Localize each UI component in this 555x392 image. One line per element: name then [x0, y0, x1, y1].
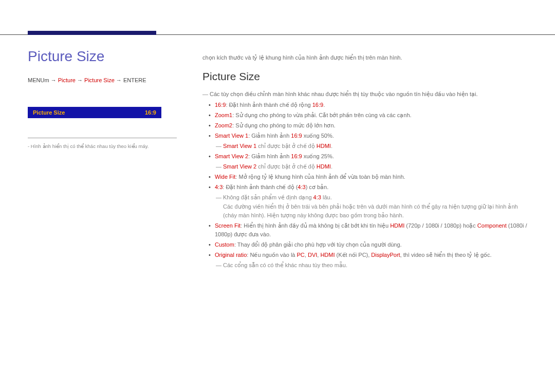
- sub-note: Các tùy chọn điều chỉnh màn hình khác nh…: [202, 90, 527, 99]
- options-list: 16:9: Đặt hình ảnh thành chế độ rộng 16:…: [202, 101, 527, 270]
- page-title: Picture Size: [28, 48, 187, 65]
- osd-preview: Picture Size 16:9: [28, 107, 187, 118]
- option-subnote: Smart View 2 chỉ được bật ở chế độ HDMI.: [209, 162, 527, 171]
- option-item: Original ratio: Nếu nguồn vào là PC, DVI…: [209, 251, 527, 259]
- option-subnote: Không đặt sản phẩm về định dạng 4:3 lâu.…: [209, 193, 527, 219]
- footnote: - Hình ảnh hiển thị có thể khác nhau tùy…: [28, 143, 187, 149]
- option-item: Smart View 1: Giảm hình ảnh 16:9 xuống 5…: [209, 132, 527, 140]
- option-item: 4:3: Đặt hình ảnh thành chế độ (4:3) cơ …: [209, 183, 527, 192]
- osd-value: 16:9: [145, 109, 156, 116]
- right-column: chọn kích thước và tỷ lệ khung hình của …: [202, 35, 527, 271]
- option-item: Smart View 2: Giảm hình ảnh 16:9 xuống 2…: [209, 152, 527, 161]
- chapter-top-bar: [0, 0, 555, 35]
- section-heading: Picture Size: [202, 70, 527, 83]
- osd-label: Picture Size: [33, 109, 65, 116]
- option-subnote: Smart View 1 chỉ được bật ở chế độ HDMI.: [209, 142, 527, 151]
- left-column: Picture Size MENUm → Picture → Picture S…: [28, 35, 202, 271]
- osd-row-picture-size: Picture Size 16:9: [28, 107, 161, 118]
- option-item: Zoom2: Sử dụng cho phóng to mức độ lớn h…: [209, 121, 527, 130]
- enter-label: ENTER: [123, 77, 142, 83]
- menu-label: MENU: [28, 77, 44, 83]
- option-item: 16:9: Đặt hình ảnh thành chế độ rộng 16:…: [209, 101, 527, 109]
- path-picture: Picture: [58, 77, 76, 83]
- option-item: Zoom1: Sử dụng cho phóng to vừa phải. Cắ…: [209, 111, 527, 120]
- option-item: Wide Fit: Mở rộng tỷ lệ khung hình của h…: [209, 173, 527, 181]
- option-subnote: Các cổng sẵn có có thể khác nhau tùy the…: [209, 261, 527, 270]
- divider: [28, 138, 177, 138]
- path-picture-size: Picture Size: [84, 77, 115, 83]
- page-content: Picture Size MENUm → Picture → Picture S…: [0, 35, 555, 302]
- option-item: Custom: Thay đổi độ phân giải cho phù hợ…: [209, 240, 527, 249]
- intro-text: chọn kích thước và tỷ lệ khung hình của …: [202, 54, 527, 61]
- sub-note-item: Các tùy chọn điều chỉnh màn hình khác nh…: [202, 90, 527, 99]
- option-item: Screen Fit: Hiển thị hình ảnh đầy đủ mà …: [209, 221, 527, 239]
- menu-path: MENUm → Picture → Picture Size → ENTERE: [28, 77, 187, 83]
